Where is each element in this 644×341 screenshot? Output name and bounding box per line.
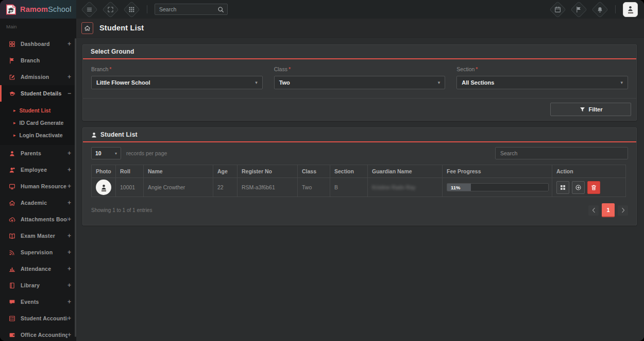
branch-select[interactable]: Little Flower School ▾ xyxy=(91,76,263,89)
sidebar-item-student-details[interactable]: Student Details − xyxy=(0,85,76,102)
quick-apps-button[interactable] xyxy=(123,1,140,18)
student-list-title: Student List xyxy=(100,131,138,138)
topbar-search-input[interactable] xyxy=(155,6,217,12)
records-per-page-label: records per page xyxy=(126,150,167,156)
sidebar-scrollbar[interactable] xyxy=(75,38,76,337)
page-title: Student List xyxy=(99,24,144,32)
previous-page-button[interactable] xyxy=(588,205,599,216)
sidebar-item-id-card-generate[interactable]: ▸ ID Card Generate xyxy=(0,117,76,129)
flag-button[interactable] xyxy=(570,1,587,18)
sidebar-item-exam-master[interactable]: Exam Master + xyxy=(0,228,76,244)
brand-name-secondary: School xyxy=(48,5,72,13)
brand-logo[interactable]: RamomSchool xyxy=(0,0,76,19)
sidebar-item-parents[interactable]: Parents + xyxy=(0,145,76,161)
cell-class: Two xyxy=(298,178,330,197)
edit-icon xyxy=(8,74,16,80)
page-header: Student List xyxy=(76,19,644,38)
flag-icon xyxy=(575,6,582,13)
chat-bubble-icon xyxy=(8,299,16,305)
delete-button[interactable] xyxy=(587,181,600,194)
fullscreen-button[interactable] xyxy=(102,1,119,18)
col-name[interactable]: Name xyxy=(144,165,213,178)
plus-icon: + xyxy=(67,199,71,206)
branch-label: Branch xyxy=(91,66,108,72)
table-controls: 10 ▾ records per page xyxy=(83,142,636,165)
plus-icon: + xyxy=(67,183,71,190)
col-roll[interactable]: Roll xyxy=(116,165,144,178)
table-search-input[interactable] xyxy=(496,150,628,156)
select-ground-title: Select Ground xyxy=(91,48,134,55)
col-age[interactable]: Age xyxy=(213,165,238,178)
cell-guardian-name: Kristine Rado Ray xyxy=(372,184,416,190)
page-1-button[interactable]: 1 xyxy=(602,203,615,217)
section-select[interactable]: All Sections ▾ xyxy=(456,76,628,89)
sidebar-item-library[interactable]: Library + xyxy=(0,277,76,294)
open-book-icon xyxy=(8,233,16,239)
sidebar-nav: Dashboard + Branch Admission + Student D… xyxy=(0,36,76,341)
sidebar-toggle-button[interactable] xyxy=(81,1,98,18)
notifications-button[interactable] xyxy=(591,1,608,18)
col-guardian-name[interactable]: Guardian Name xyxy=(368,165,443,178)
col-action[interactable]: Action xyxy=(552,165,626,178)
select-ground-panel-header: Select Ground xyxy=(83,45,636,59)
page-size-select[interactable]: 10 ▾ xyxy=(91,147,121,159)
cell-roll: 10001 xyxy=(116,178,144,197)
sidebar: Main Dashboard + Branch Admission + Stud… xyxy=(0,19,76,341)
topbar-search xyxy=(155,4,228,15)
home-icon xyxy=(84,25,91,31)
filter-button[interactable]: Filter xyxy=(550,103,631,116)
sidebar-item-login-deactivate[interactable]: ▸ Login Deactivate xyxy=(0,129,76,141)
sidebar-item-admission[interactable]: Admission + xyxy=(0,69,76,85)
fee-progress-bar: 11% xyxy=(447,183,549,191)
grid-button[interactable] xyxy=(556,181,569,194)
graduation-cap-icon xyxy=(8,90,16,97)
col-register-no[interactable]: Register No xyxy=(238,165,298,178)
caret-right-icon: ▸ xyxy=(13,133,16,138)
sidebar-item-branch[interactable]: Branch xyxy=(0,52,76,69)
sidebar-item-attachments-book[interactable]: Attachments Book + xyxy=(0,211,76,228)
sidebar-item-human-resource[interactable]: Human Resource + xyxy=(0,178,76,194)
sidebar-item-student-list[interactable]: ▸ Student List xyxy=(0,104,76,117)
app-window: RamomSchool Main Dashboard + xyxy=(0,0,644,341)
student-details-submenu: ▸ Student List ▸ ID Card Generate ▸ Logi… xyxy=(0,102,76,145)
sidebar-item-academic[interactable]: Academic + xyxy=(0,194,76,211)
student-table: Photo Roll Name Age Register No Class Se… xyxy=(91,165,626,197)
plus-icon: + xyxy=(67,282,71,289)
class-select[interactable]: Two ▾ xyxy=(274,76,446,89)
next-page-button[interactable] xyxy=(618,205,628,216)
sidebar-item-student-accounting[interactable]: Student Accounting + xyxy=(0,310,76,327)
chevron-right-icon xyxy=(620,207,626,214)
col-fee-progress[interactable]: Fee Progress xyxy=(443,165,552,178)
person-icon xyxy=(100,184,107,190)
topbar-right-actions xyxy=(550,2,638,17)
sidebar-item-attendance[interactable]: Attendance + xyxy=(0,261,76,277)
required-asterisk: * xyxy=(476,66,478,72)
circle-arrow-button[interactable] xyxy=(572,181,585,194)
user-avatar[interactable] xyxy=(623,2,638,17)
fullscreen-icon xyxy=(107,6,114,13)
bell-icon xyxy=(597,6,603,13)
search-icon[interactable] xyxy=(217,6,224,13)
monitor-icon xyxy=(8,183,16,190)
calendar-button[interactable] xyxy=(549,1,566,18)
brand-name-primary: Ramom xyxy=(20,5,48,13)
fee-progress-fill: 11% xyxy=(447,184,471,191)
cloud-upload-icon xyxy=(8,216,16,223)
home-button[interactable] xyxy=(81,22,93,34)
sidebar-item-dashboard[interactable]: Dashboard + xyxy=(0,36,76,52)
col-class[interactable]: Class xyxy=(298,165,330,178)
plus-icon: + xyxy=(67,315,71,322)
sidebar-section-label: Main xyxy=(0,19,76,30)
plus-icon: + xyxy=(67,265,71,272)
sidebar-item-events[interactable]: Events + xyxy=(0,294,76,310)
col-photo[interactable]: Photo xyxy=(92,165,116,178)
bar-chart-icon xyxy=(8,266,16,272)
sidebar-item-supervision[interactable]: Supervision + xyxy=(0,244,76,261)
table-header-row: Photo Roll Name Age Register No Class Se… xyxy=(92,165,626,178)
sidebar-item-office-accounting[interactable]: Office Accounting + xyxy=(0,327,76,341)
col-section[interactable]: Section xyxy=(330,165,368,178)
row-actions xyxy=(556,181,621,194)
sidebar-item-employee[interactable]: Employee + xyxy=(0,161,76,178)
topbar-divider xyxy=(147,5,147,13)
plus-icon: + xyxy=(67,73,71,80)
